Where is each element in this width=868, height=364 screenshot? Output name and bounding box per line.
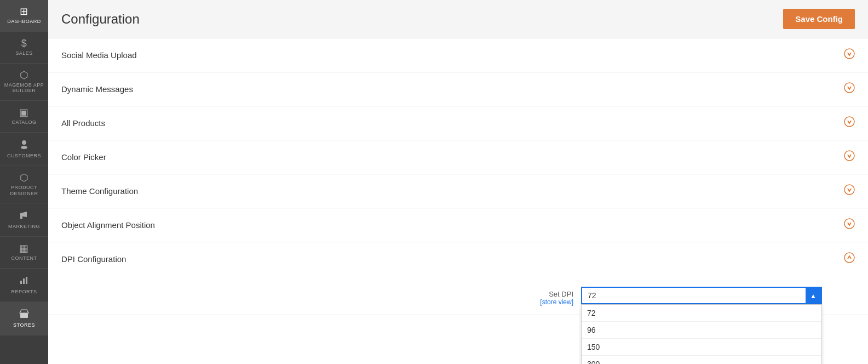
- section-title: Color Picker: [61, 152, 106, 162]
- arrow-up-icon: ▲: [810, 292, 817, 300]
- dpi-option-150[interactable]: 150: [582, 339, 821, 356]
- sidebar-item-reports[interactable]: REPORTS: [0, 269, 48, 302]
- section-object-alignment-position[interactable]: Object Alignment Position: [48, 208, 868, 242]
- magemob-icon: ⬡: [20, 70, 29, 80]
- sidebar-item-label: SALES: [15, 50, 33, 56]
- section-color-picker[interactable]: Color Picker: [48, 140, 868, 174]
- dpi-field-label: Set DPI [store view]: [519, 287, 573, 306]
- svg-rect-6: [20, 313, 28, 318]
- sidebar-item-label: MARKETING: [8, 224, 40, 230]
- svg-point-8: [844, 83, 854, 93]
- sidebar-item-label: MAGEMOB APP BUILDER: [2, 82, 46, 94]
- sidebar-item-stores[interactable]: STORES: [0, 302, 48, 335]
- svg-point-1: [21, 146, 27, 149]
- customers-icon: [19, 139, 29, 151]
- store-view-label: [store view]: [519, 298, 573, 306]
- section-all-products[interactable]: All Products: [48, 106, 868, 140]
- chevron-down-icon: [844, 116, 855, 130]
- sidebar-item-product-designer[interactable]: ⬡ PRODUCT DESIGNER: [0, 166, 48, 204]
- svg-point-12: [844, 219, 854, 229]
- chevron-up-icon: [844, 252, 855, 266]
- sidebar-item-label: PRODUCT DESIGNER: [2, 185, 46, 197]
- sidebar-item-label: CUSTOMERS: [7, 153, 41, 159]
- dpi-field-row: Set DPI [store view] 72 ▲ 72 96: [61, 287, 855, 306]
- stores-icon: [19, 309, 29, 320]
- dpi-section-title: DPI Configuration: [61, 254, 126, 264]
- dpi-select-wrapper: 72 ▲ 72 96 150 300 600: [581, 287, 822, 304]
- product-designer-icon: ⬡: [20, 173, 29, 183]
- chevron-down-icon: [844, 184, 855, 198]
- config-content: Social Media Upload Dynamic Messages All…: [48, 38, 868, 364]
- dpi-option-96[interactable]: 96: [582, 322, 821, 339]
- dpi-selected-value: 72: [588, 291, 596, 300]
- sales-icon: $: [21, 38, 27, 48]
- sidebar-item-label: CONTENT: [12, 255, 37, 261]
- svg-rect-4: [23, 278, 25, 284]
- sidebar: ⊞ DASHBOARD $ SALES ⬡ MAGEMOB APP BUILDE…: [0, 0, 48, 364]
- svg-point-0: [22, 140, 26, 145]
- sidebar-item-label: CATALOG: [12, 120, 36, 126]
- dpi-option-72[interactable]: 72: [582, 305, 821, 322]
- catalog-icon: ▣: [19, 107, 29, 117]
- svg-point-11: [844, 185, 854, 195]
- svg-point-13: [844, 253, 854, 263]
- page-header: Configuration Save Config: [48, 0, 868, 38]
- sidebar-item-magemob[interactable]: ⬡ MAGEMOB APP BUILDER: [0, 64, 48, 101]
- dpi-option-300[interactable]: 300: [582, 356, 821, 364]
- chevron-down-icon: [844, 48, 855, 62]
- dpi-config-content: Set DPI [store view] 72 ▲ 72 96: [48, 276, 868, 315]
- dpi-dropdown-list: 72 96 150 300 600: [581, 304, 822, 364]
- sidebar-item-sales[interactable]: $ SALES: [0, 32, 48, 64]
- section-title: All Products: [61, 118, 105, 128]
- chevron-down-icon: [844, 82, 855, 96]
- svg-rect-2: [20, 216, 22, 219]
- sidebar-item-content[interactable]: ▦ CONTENT: [0, 237, 48, 269]
- page-title: Configuration: [61, 12, 140, 27]
- dpi-section-header[interactable]: DPI Configuration: [48, 242, 868, 276]
- sidebar-item-marketing[interactable]: MARKETING: [0, 203, 48, 237]
- section-title: Dynamic Messages: [61, 84, 133, 94]
- sidebar-item-label: STORES: [13, 322, 35, 328]
- section-social-media-upload[interactable]: Social Media Upload: [48, 38, 868, 72]
- section-title: Object Alignment Position: [61, 220, 155, 230]
- svg-point-7: [844, 49, 854, 59]
- sidebar-item-dashboard[interactable]: ⊞ DASHBOARD: [0, 0, 48, 32]
- content-icon: ▦: [19, 243, 29, 253]
- main-area: Configuration Save Config Social Media U…: [48, 0, 868, 364]
- section-dpi-configuration: DPI Configuration Set DPI [store view] 7…: [48, 242, 868, 315]
- section-title: Theme Configuration: [61, 186, 138, 196]
- section-dynamic-messages[interactable]: Dynamic Messages: [48, 72, 868, 106]
- chevron-down-icon: [844, 150, 855, 164]
- sidebar-item-label: DASHBOARD: [7, 19, 41, 25]
- svg-rect-3: [20, 281, 22, 284]
- reports-icon: [19, 275, 29, 287]
- chevron-down-icon: [844, 218, 855, 232]
- save-config-button[interactable]: Save Config: [783, 9, 855, 29]
- sidebar-item-catalog[interactable]: ▣ CATALOG: [0, 101, 48, 133]
- svg-rect-5: [26, 277, 27, 284]
- dpi-select-display[interactable]: 72 ▲: [581, 287, 822, 304]
- svg-point-9: [844, 117, 854, 127]
- section-title: Social Media Upload: [61, 50, 137, 60]
- dashboard-icon: ⊞: [20, 7, 28, 16]
- sidebar-item-label: REPORTS: [12, 289, 37, 295]
- svg-point-10: [844, 151, 854, 161]
- section-theme-configuration[interactable]: Theme Configuration: [48, 174, 868, 208]
- dpi-dropdown-arrow[interactable]: ▲: [806, 288, 821, 304]
- sidebar-item-customers[interactable]: CUSTOMERS: [0, 133, 48, 166]
- marketing-icon: [19, 210, 29, 221]
